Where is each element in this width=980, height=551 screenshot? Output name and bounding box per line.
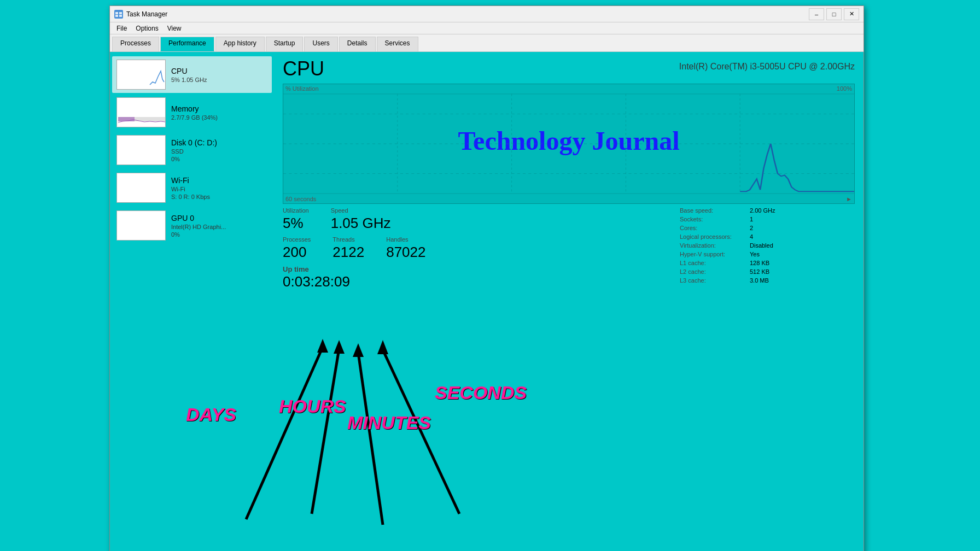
utilization-value: 5% — [283, 215, 309, 232]
info-virtualization: Virtualization: Disabled — [680, 242, 855, 249]
sockets-key: Sockets: — [680, 216, 745, 222]
disk-sidebar-detail2: 0% — [171, 156, 267, 162]
cpu-title: CPU — [283, 57, 324, 80]
svg-rect-1 — [115, 12, 118, 14]
sockets-val: 1 — [750, 216, 753, 222]
handles-value: 87022 — [386, 244, 425, 261]
info-l3-cache: L3 cache: 3.0 MB — [680, 277, 855, 284]
uptime-block: Up time 0:03:28:09 — [283, 265, 671, 290]
graph-scroll-indicator: ► — [846, 196, 852, 202]
processes-label: Processes — [283, 236, 311, 243]
speed-label: Speed — [331, 207, 391, 214]
tab-processes[interactable]: Processes — [112, 37, 159, 51]
l2-cache-val: 512 KB — [750, 268, 769, 275]
cores-val: 2 — [750, 225, 753, 231]
svg-rect-4 — [119, 15, 122, 17]
title-bar: Task Manager – □ ✕ — [110, 6, 864, 22]
cpu-thumbnail — [116, 60, 166, 90]
main-content: CPU 5% 1.05 GHz M — [110, 52, 864, 551]
l3-cache-key: L3 cache: — [680, 277, 745, 284]
tabs-bar: Processes Performance App history Startu… — [110, 34, 864, 52]
wifi-sidebar-detail2: S: 0 R: 0 Kbps — [171, 194, 267, 200]
menu-options[interactable]: Options — [131, 24, 162, 33]
tab-details[interactable]: Details — [339, 37, 376, 51]
seconds-annotation: SECONDS — [435, 382, 527, 403]
sidebar: CPU 5% 1.05 GHz M — [110, 52, 274, 551]
disk-sidebar-detail1: SSD — [171, 148, 267, 155]
svg-rect-5 — [117, 60, 166, 90]
svg-rect-10 — [117, 173, 166, 203]
base-speed-val: 2.00 GHz — [750, 207, 775, 214]
cpu-chart-svg — [283, 84, 854, 203]
utilization-label: Utilization — [283, 207, 309, 214]
graph-time-label: 60 seconds — [285, 196, 316, 202]
info-hyper-v: Hyper-V support: Yes — [680, 251, 855, 257]
menu-file[interactable]: File — [112, 24, 131, 33]
memory-sidebar-info: Memory 2.7/7.9 GB (34%) — [171, 104, 267, 121]
tab-services[interactable]: Services — [377, 37, 418, 51]
cpu-sidebar-info: CPU 5% 1.05 GHz — [171, 67, 267, 83]
minimize-button[interactable]: – — [809, 8, 824, 20]
memory-sidebar-name: Memory — [171, 104, 267, 113]
threads-label: Threads — [332, 236, 364, 243]
svg-rect-9 — [117, 136, 166, 165]
cores-key: Cores: — [680, 225, 745, 231]
disk-thumbnail — [116, 135, 166, 165]
handles-label: Handles — [386, 236, 425, 243]
tab-startup[interactable]: Startup — [266, 37, 304, 51]
gpu-thumbnail — [116, 210, 166, 241]
info-l1-cache: L1 cache: 128 KB — [680, 260, 855, 266]
tab-app-history[interactable]: App history — [215, 37, 265, 51]
sidebar-item-gpu[interactable]: GPU 0 Intel(R) HD Graphi... 0% — [112, 207, 272, 244]
hours-annotation: HOURS — [279, 396, 346, 417]
virtualization-val: Disabled — [750, 242, 773, 249]
hyper-v-key: Hyper-V support: — [680, 251, 745, 257]
l1-cache-key: L1 cache: — [680, 260, 745, 266]
sidebar-item-wifi[interactable]: Wi-Fi Wi-Fi S: 0 R: 0 Kbps — [112, 169, 272, 206]
memory-sidebar-detail: 2.7/7.9 GB (34%) — [171, 114, 267, 121]
info-table: Base speed: 2.00 GHz Sockets: 1 Cores: 2 — [680, 207, 855, 290]
disk-sidebar-name: Disk 0 (C: D:) — [171, 138, 267, 147]
l2-cache-key: L2 cache: — [680, 268, 745, 275]
tab-performance[interactable]: Performance — [160, 37, 214, 51]
right-panel: CPU Intel(R) Core(TM) i3-5005U CPU @ 2.0… — [274, 52, 864, 551]
base-speed-key: Base speed: — [680, 207, 745, 214]
processes-value: 200 — [283, 244, 311, 261]
processes-block: Processes 200 — [283, 236, 311, 261]
cpu-graph: % Utilization 100% Technology Journal — [283, 84, 855, 204]
wifi-thumbnail — [116, 173, 166, 203]
menu-bar: File Options View — [110, 22, 864, 34]
hyper-v-val: Yes — [750, 251, 760, 257]
menu-view[interactable]: View — [163, 24, 186, 33]
app-icon — [114, 10, 123, 19]
window-controls: – □ ✕ — [809, 8, 859, 20]
svg-rect-3 — [115, 15, 118, 17]
info-sockets: Sockets: 1 — [680, 216, 855, 222]
cpu-model: Intel(R) Core(TM) i3-5005U CPU @ 2.00GHz — [679, 62, 855, 72]
virtualization-key: Virtualization: — [680, 242, 745, 249]
maximize-button[interactable]: □ — [826, 8, 842, 20]
close-button[interactable]: ✕ — [844, 8, 859, 20]
minutes-annotation: MINUTES — [347, 412, 431, 433]
sidebar-item-memory[interactable]: Memory 2.7/7.9 GB (34%) — [112, 94, 272, 131]
cpu-header: CPU Intel(R) Core(TM) i3-5005U CPU @ 2.0… — [283, 57, 855, 80]
logical-processors-val: 4 — [750, 233, 753, 240]
sidebar-item-cpu[interactable]: CPU 5% 1.05 GHz — [112, 56, 272, 93]
threads-block: Threads 2122 — [332, 236, 364, 261]
sidebar-item-disk[interactable]: Disk 0 (C: D:) SSD 0% — [112, 132, 272, 168]
window-title: Task Manager — [126, 10, 167, 18]
speed-value: 1.05 GHz — [331, 215, 391, 232]
tab-users[interactable]: Users — [304, 37, 337, 51]
gpu-sidebar-name: GPU 0 — [171, 214, 267, 222]
uptime-value: 0:03:28:09 — [283, 273, 671, 290]
l1-cache-val: 128 KB — [750, 260, 769, 266]
speed-block: Speed 1.05 GHz — [331, 207, 391, 232]
info-l2-cache: L2 cache: 512 KB — [680, 268, 855, 275]
l3-cache-val: 3.0 MB — [750, 277, 769, 284]
stats-left: Utilization 5% Speed 1.05 GHz Process — [283, 207, 671, 290]
gpu-sidebar-info: GPU 0 Intel(R) HD Graphi... 0% — [171, 214, 267, 238]
utilization-block: Utilization 5% — [283, 207, 309, 232]
wifi-sidebar-detail1: Wi-Fi — [171, 186, 267, 192]
logical-processors-key: Logical processors: — [680, 233, 745, 240]
svg-rect-2 — [119, 12, 122, 14]
